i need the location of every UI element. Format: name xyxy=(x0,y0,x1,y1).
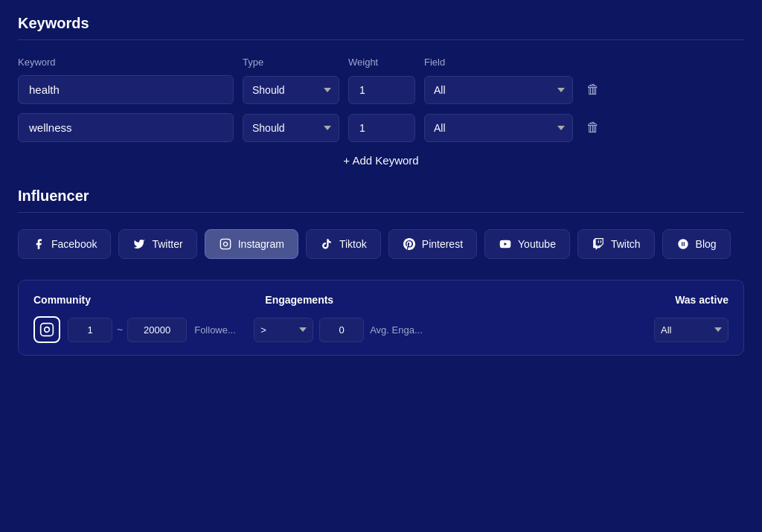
col-keyword-header: Keyword xyxy=(18,57,234,68)
engagements-col-label: Engagements xyxy=(265,294,333,306)
avg-label: Avg. Enga... xyxy=(370,324,429,336)
follower-label: Followe... xyxy=(194,324,246,336)
field-select-2[interactable]: All Title Description Tags xyxy=(424,114,573,142)
column-headers: Keyword Type Weight Field xyxy=(18,57,744,68)
col-weight-header: Weight xyxy=(348,57,415,68)
influencer-section: Influencer Facebook Twitter Instagram xyxy=(18,188,744,259)
col-type-header: Type xyxy=(243,57,339,68)
youtube-icon xyxy=(499,237,512,251)
twitch-label: Twitch xyxy=(611,238,641,250)
tiktok-icon xyxy=(320,237,333,251)
engagement-value-input[interactable] xyxy=(319,318,364,342)
type-select-2[interactable]: Should Must Must Not xyxy=(243,114,339,142)
youtube-label: Youtube xyxy=(518,238,556,250)
instagram-community-icon xyxy=(33,316,60,343)
facebook-label: Facebook xyxy=(51,238,97,250)
instagram-label: Instagram xyxy=(238,238,284,250)
influencer-title: Influencer xyxy=(18,188,744,205)
delete-btn-1[interactable]: 🗑 xyxy=(582,79,604,100)
twitter-label: Twitter xyxy=(152,238,182,250)
platform-btn-twitch[interactable]: Twitch xyxy=(577,229,655,259)
platform-btn-blog[interactable]: Blog xyxy=(662,229,731,259)
tiktok-label: Tiktok xyxy=(339,238,367,250)
keyword-input-1[interactable] xyxy=(18,75,234,104)
platform-btn-pinterest[interactable]: Pinterest xyxy=(388,229,477,259)
field-select-1[interactable]: All Title Description Tags xyxy=(424,76,573,104)
platform-btn-youtube[interactable]: Youtube xyxy=(484,229,570,259)
weight-input-1[interactable] xyxy=(348,76,415,104)
weight-input-2[interactable] xyxy=(348,114,415,142)
pinterest-icon xyxy=(403,237,416,251)
range-min-input[interactable] xyxy=(68,318,112,342)
was-active-col-label: Was active xyxy=(675,294,729,306)
twitter-icon xyxy=(132,237,146,251)
instagram-icon xyxy=(219,237,232,251)
was-active-col: Was active xyxy=(543,294,729,306)
keyword-row-1: Should Must Must Not All Title Descripti… xyxy=(18,75,744,104)
keyword-row-2: Should Must Must Not All Title Descripti… xyxy=(18,113,744,142)
range-inputs: ~ xyxy=(68,318,187,342)
svg-rect-3 xyxy=(41,324,54,336)
type-select-1[interactable]: Should Must Must Not xyxy=(243,76,339,104)
keyword-input-2[interactable] xyxy=(18,113,234,142)
platform-btn-tiktok[interactable]: Tiktok xyxy=(306,229,381,259)
influencer-divider xyxy=(18,212,744,213)
community-section: Community Engagements Was active ~ Follo… xyxy=(18,280,744,356)
was-active-select[interactable]: All Last week Last month Last year xyxy=(654,318,729,342)
twitch-icon xyxy=(592,237,605,251)
engagement-row: > < >= <= = Avg. Enga... xyxy=(254,318,647,342)
platform-btn-facebook[interactable]: Facebook xyxy=(18,229,111,259)
community-row: ~ Followe... > < >= <= = Avg. Enga... Al… xyxy=(33,316,729,343)
range-separator: ~ xyxy=(117,324,123,336)
keywords-title: Keywords xyxy=(18,15,744,32)
blog-icon xyxy=(676,237,690,251)
engagements-col: Engagements xyxy=(265,294,543,306)
facebook-icon xyxy=(32,237,45,251)
add-keyword-button[interactable]: + Add Keyword xyxy=(343,154,418,167)
community-col: Community xyxy=(33,294,265,306)
keywords-divider xyxy=(18,39,744,40)
blog-label: Blog xyxy=(696,238,717,250)
community-headers: Community Engagements Was active xyxy=(33,294,729,306)
platform-btn-twitter[interactable]: Twitter xyxy=(118,229,196,259)
range-max-input[interactable] xyxy=(127,318,187,342)
svg-rect-0 xyxy=(220,239,230,249)
delete-btn-2[interactable]: 🗑 xyxy=(582,117,604,138)
col-field-header: Field xyxy=(424,57,573,68)
platform-btn-instagram[interactable]: Instagram xyxy=(205,229,298,259)
operator-select[interactable]: > < >= <= = xyxy=(254,318,313,342)
keywords-section: Keywords Keyword Type Weight Field Shoul… xyxy=(18,15,744,167)
community-col-label: Community xyxy=(33,294,91,306)
platform-buttons-group: Facebook Twitter Instagram Tiktok xyxy=(18,229,744,259)
pinterest-label: Pinterest xyxy=(422,238,463,250)
